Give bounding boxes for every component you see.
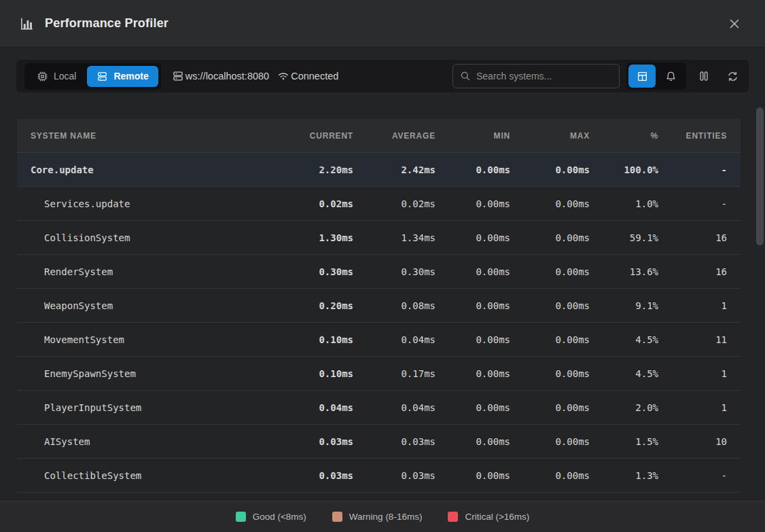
entities-cell: 1 (658, 368, 727, 379)
source-toggle: Local Remote (24, 63, 161, 90)
local-tab[interactable]: Local (27, 66, 86, 87)
percent-cell: 13.6% (590, 266, 658, 277)
connection-status-text: Connected (291, 71, 338, 82)
remote-tab[interactable]: Remote (87, 66, 158, 87)
system-name-cell: EnemySpawnSystem (31, 368, 279, 379)
refresh-icon (727, 71, 739, 82)
column-system-name: SYSTEM NAME (31, 131, 279, 141)
percent-cell: 9.1% (590, 300, 658, 311)
percent-cell: 1.0% (590, 198, 658, 209)
entities-cell: 11 (658, 334, 727, 345)
column-percent: % (590, 131, 658, 141)
average-cell: 0.17ms (353, 368, 435, 379)
average-cell: 0.04ms (353, 334, 435, 345)
table-header: SYSTEM NAME CURRENT AVERAGE MIN MAX % EN… (17, 119, 741, 153)
average-cell: 0.30ms (353, 266, 435, 277)
max-cell: 0.00ms (510, 334, 590, 345)
min-cell: 0.00ms (435, 334, 510, 345)
table-body: Core.update2.20ms2.42ms0.00ms0.00ms100.0… (17, 153, 741, 493)
search-icon (460, 71, 471, 82)
column-average: AVERAGE (353, 131, 435, 141)
percent-cell: 4.5% (590, 368, 658, 379)
max-cell: 0.00ms (510, 164, 590, 175)
system-name-cell: MovementSystem (31, 334, 279, 345)
table-row[interactable]: AISystem0.03ms0.03ms0.00ms0.00ms1.5%10 (17, 425, 741, 459)
table-row[interactable]: MovementSystem0.10ms0.04ms0.00ms0.00ms4.… (17, 323, 741, 357)
entities-cell: 10 (658, 436, 727, 447)
max-cell: 0.00ms (510, 470, 590, 481)
current-cell: 0.10ms (279, 368, 353, 379)
systems-table: SYSTEM NAME CURRENT AVERAGE MIN MAX % EN… (17, 119, 741, 493)
max-cell: 0.00ms (510, 402, 590, 413)
table-row[interactable]: WeaponSystem0.20ms0.08ms0.00ms0.00ms9.1%… (17, 289, 741, 323)
percent-cell: 59.1% (590, 232, 658, 243)
entities-cell: 1 (658, 402, 727, 413)
max-cell: 0.00ms (510, 266, 590, 277)
percent-cell: 2.0% (590, 402, 658, 413)
search-box (452, 64, 620, 88)
vertical-scrollbar-thumb[interactable] (756, 107, 764, 245)
average-cell: 0.03ms (353, 436, 435, 447)
system-name-cell: RenderSystem (31, 266, 279, 277)
column-entities: ENTITIES (658, 131, 727, 141)
table-view-button[interactable] (628, 65, 656, 88)
percent-cell: 100.0% (590, 164, 658, 175)
entities-cell: 16 (658, 266, 727, 277)
server-icon (96, 71, 108, 82)
average-cell: 2.42ms (353, 164, 435, 175)
alerts-button[interactable] (657, 65, 684, 88)
entities-cell: 1 (658, 300, 727, 311)
legend-good-label: Good (<8ms) (253, 512, 306, 522)
title-bar: Performance Profiler (0, 0, 765, 48)
min-cell: 0.00ms (435, 266, 510, 277)
warning-swatch (332, 512, 342, 522)
refresh-button[interactable] (722, 65, 743, 88)
bell-icon (665, 71, 677, 82)
table-row[interactable]: CollisionSystem1.30ms1.34ms0.00ms0.00ms5… (17, 221, 741, 255)
current-cell: 0.02ms (279, 198, 353, 209)
close-button[interactable] (723, 12, 746, 35)
current-cell: 2.20ms (279, 164, 353, 175)
search-input[interactable] (476, 71, 612, 82)
min-cell: 0.00ms (435, 164, 510, 175)
cpu-icon (37, 71, 48, 82)
max-cell: 0.00ms (510, 198, 590, 209)
legend-bar: Good (<8ms) Warning (8-16ms) Critical (>… (0, 501, 765, 532)
percent-cell: 4.5% (590, 334, 658, 345)
legend-warning-label: Warning (8-16ms) (349, 512, 423, 522)
ws-url-text: ws://localhost:8080 (185, 71, 269, 82)
min-cell: 0.00ms (435, 436, 510, 447)
table-row[interactable]: CollectibleSystem0.03ms0.03ms0.00ms0.00m… (17, 459, 741, 493)
legend-critical: Critical (>16ms) (448, 512, 529, 522)
average-cell: 0.03ms (353, 470, 435, 481)
server-icon (172, 70, 184, 82)
entities-cell: - (658, 198, 727, 209)
max-cell: 0.00ms (510, 232, 590, 243)
ws-url: ws://localhost:8080 (172, 70, 269, 82)
table-row[interactable]: RenderSystem0.30ms0.30ms0.00ms0.00ms13.6… (17, 255, 741, 289)
system-name-cell: PlayerInputSystem (31, 402, 279, 413)
entities-cell: - (658, 164, 727, 175)
table-view-icon (637, 71, 648, 82)
toolbar-right (452, 63, 743, 90)
system-name-cell: AISystem (31, 436, 279, 447)
current-cell: 1.30ms (279, 232, 353, 243)
current-cell: 0.10ms (279, 334, 353, 345)
toolbar: Local Remote ws://localhost:8080 (16, 60, 749, 92)
wifi-icon (277, 70, 289, 82)
system-name-cell: CollectibleSystem (31, 470, 279, 481)
page-title: Performance Profiler (45, 16, 168, 31)
min-cell: 0.00ms (435, 368, 510, 379)
current-cell: 0.03ms (279, 470, 353, 481)
column-min: MIN (435, 131, 510, 141)
table-row[interactable]: EnemySpawnSystem0.10ms0.17ms0.00ms0.00ms… (17, 357, 741, 391)
max-cell: 0.00ms (510, 368, 590, 379)
max-cell: 0.00ms (510, 436, 590, 447)
pause-button[interactable] (693, 65, 715, 88)
min-cell: 0.00ms (435, 402, 510, 413)
table-row[interactable]: PlayerInputSystem0.04ms0.04ms0.00ms0.00m… (17, 391, 741, 425)
close-icon (728, 17, 741, 31)
table-row[interactable]: Core.update2.20ms2.42ms0.00ms0.00ms100.0… (17, 153, 741, 187)
table-row[interactable]: Services.update0.02ms0.02ms0.00ms0.00ms1… (17, 187, 741, 221)
local-tab-label: Local (54, 71, 76, 82)
